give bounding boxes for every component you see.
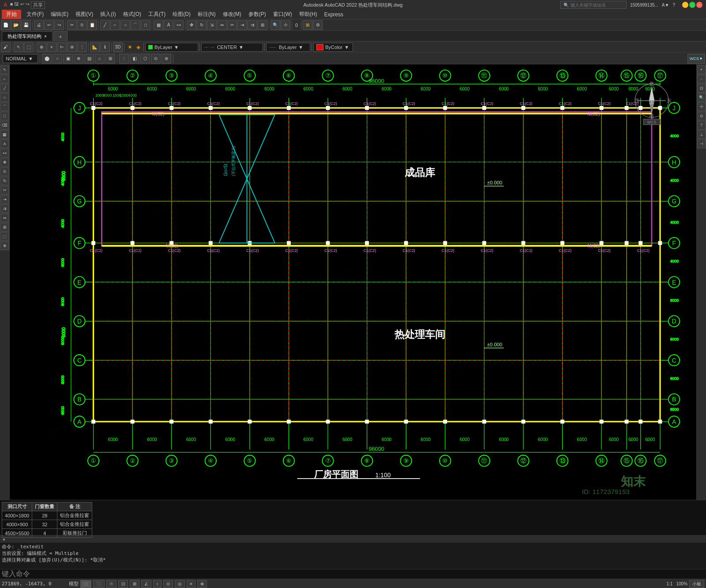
polar-toggle[interactable]: ⊡ bbox=[118, 580, 128, 588]
small-btn[interactable]: 小板 bbox=[689, 580, 704, 588]
menu-draw[interactable]: 绘图(D) bbox=[169, 10, 194, 19]
osnap-btn[interactable]: ⌖ bbox=[47, 42, 56, 52]
vis-btn3[interactable]: ▣ bbox=[63, 54, 73, 64]
extend-btn[interactable]: ⇥ bbox=[237, 20, 247, 30]
offset-btn[interactable]: ⇉ bbox=[248, 20, 257, 30]
vis-btn1[interactable]: ⬤ bbox=[42, 54, 52, 64]
vis-btn10[interactable]: ⬡ bbox=[140, 54, 150, 64]
vis-btn8[interactable]: ⋮ bbox=[119, 54, 129, 64]
snap-btn[interactable]: ⊕ bbox=[37, 42, 46, 52]
ortho-toggle[interactable]: ☉ bbox=[106, 580, 116, 588]
color-dropdown[interactable]: ByColor ▼ bbox=[313, 43, 353, 52]
zoom-in-btn[interactable]: + bbox=[697, 65, 706, 74]
menu-window[interactable]: 窗口(W) bbox=[270, 10, 296, 19]
rect-btn[interactable]: □ bbox=[141, 20, 150, 30]
tab-new[interactable]: + bbox=[53, 31, 68, 41]
view-top-btn[interactable]: ⊤ bbox=[697, 121, 706, 130]
offset-tool[interactable]: ⇉ bbox=[0, 204, 9, 213]
view-front-btn[interactable]: ⊥ bbox=[697, 130, 706, 139]
vis-btn2[interactable]: ○ bbox=[53, 54, 62, 64]
move-tool[interactable]: ✥ bbox=[0, 158, 9, 167]
scale-btn[interactable]: ⇲ bbox=[207, 20, 217, 30]
menu-express[interactable]: Express bbox=[321, 10, 347, 19]
vis-btn12[interactable]: ⊛ bbox=[161, 54, 171, 64]
open-btn[interactable]: 📂 bbox=[11, 20, 21, 30]
vis-btn5[interactable]: ▤ bbox=[84, 54, 94, 64]
3d-toggle[interactable]: 3D bbox=[113, 42, 123, 52]
zoom-out-btn[interactable]: - bbox=[697, 75, 706, 83]
erase-tool[interactable]: ⌫ bbox=[0, 121, 9, 130]
dim-btn[interactable]: ⊶ bbox=[174, 20, 184, 30]
snap-toggle[interactable]: :::: bbox=[80, 580, 91, 588]
cut-btn[interactable]: ✂ bbox=[67, 20, 77, 30]
mirror-btn[interactable]: ⇔ bbox=[217, 20, 227, 30]
menu-dim[interactable]: 标注(N) bbox=[194, 10, 219, 19]
cmd-input[interactable] bbox=[32, 571, 704, 577]
maximize-button[interactable]: □ bbox=[689, 2, 695, 8]
vis-btn9[interactable]: ◧ bbox=[130, 54, 139, 64]
3d-orbit-btn[interactable]: ⊙ bbox=[697, 112, 706, 120]
rotate-tool[interactable]: ↻ bbox=[0, 176, 9, 185]
menu-tools[interactable]: 工具(T) bbox=[145, 10, 169, 19]
vis-btn4[interactable]: ⊕ bbox=[74, 54, 83, 64]
measure-btn[interactable]: 📐 bbox=[90, 42, 100, 52]
otrack-toggle[interactable]: ∠ bbox=[141, 580, 151, 588]
new-btn[interactable]: 📄 bbox=[1, 20, 11, 30]
tab-main[interactable]: 热处理车间结构 × bbox=[2, 31, 53, 41]
arc-btn[interactable]: ⌒ bbox=[131, 20, 140, 30]
select-btn[interactable]: ↖ bbox=[14, 42, 23, 52]
line-btn[interactable]: ╱ bbox=[100, 20, 110, 30]
arc-tool[interactable]: ⌒ bbox=[0, 102, 9, 111]
redo-btn[interactable]: ↪ bbox=[54, 20, 64, 30]
lineweight-dropdown[interactable]: —— ByLayer ▼ bbox=[266, 43, 310, 52]
polyline-btn[interactable]: ⌐ bbox=[110, 20, 120, 30]
zoom-extents-btn[interactable]: ⊡ bbox=[697, 84, 706, 93]
hatch-btn[interactable]: ▦ bbox=[154, 20, 163, 30]
pan-tool[interactable]: ☩ bbox=[697, 102, 706, 111]
rect-tool[interactable]: □ bbox=[0, 112, 9, 120]
mirror-tool[interactable]: ⇔ bbox=[0, 213, 9, 222]
normal-dropdown[interactable]: NORMAL ▼ bbox=[3, 54, 38, 63]
dyn-toggle[interactable]: ⊙ bbox=[163, 580, 173, 588]
text-tool[interactable]: A bbox=[0, 139, 9, 148]
zoom-window-btn[interactable]: 🔍 bbox=[697, 93, 706, 102]
menu-edit[interactable]: 编辑(E) bbox=[47, 10, 72, 19]
circle-btn[interactable]: ○ bbox=[120, 20, 130, 30]
copy-btn[interactable]: ⎘ bbox=[77, 20, 87, 30]
poly-tool[interactable]: ⌐ bbox=[0, 75, 9, 83]
rotate-btn[interactable]: ↻ bbox=[197, 20, 207, 30]
block-tool[interactable]: ⬚ bbox=[0, 232, 9, 241]
move-btn[interactable]: ✥ bbox=[187, 20, 196, 30]
line-tool[interactable]: ╱ bbox=[0, 84, 9, 93]
zoom-btn[interactable]: 🔍 bbox=[270, 20, 280, 30]
circle-tool[interactable]: ○ bbox=[0, 93, 9, 102]
layer-btn[interactable]: ⊞ bbox=[303, 20, 312, 30]
layer-dropdown[interactable]: ByLayer ▼ bbox=[145, 43, 198, 52]
transparency-toggle[interactable]: ≡ bbox=[187, 580, 195, 588]
vis-btn11[interactable]: ⊙ bbox=[151, 54, 161, 64]
tab-close[interactable]: × bbox=[44, 34, 47, 39]
copy-tool[interactable]: ⎘ bbox=[0, 167, 9, 176]
paste-btn[interactable]: 📋 bbox=[87, 20, 97, 30]
trim-tool[interactable]: ✂ bbox=[0, 186, 9, 195]
match-props-btn[interactable]: 🖌 bbox=[1, 42, 11, 52]
dim-tool[interactable]: ⊶ bbox=[0, 149, 9, 157]
vis-btn6[interactable]: ⌂ bbox=[95, 54, 105, 64]
lw-toggle[interactable]: ◎ bbox=[175, 580, 185, 588]
linetype-dropdown[interactable]: — · — CENTER ▼ bbox=[201, 43, 263, 52]
trim-btn[interactable]: ✂ bbox=[227, 20, 237, 30]
undo-btn[interactable]: ↩ bbox=[44, 20, 54, 30]
menu-file[interactable]: 文件(F) bbox=[23, 10, 47, 19]
text-btn[interactable]: A bbox=[164, 20, 173, 30]
save-btn[interactable]: 💾 bbox=[21, 20, 31, 30]
menu-param[interactable]: 参数(P) bbox=[245, 10, 270, 19]
pan-btn[interactable]: ☩ bbox=[281, 20, 290, 30]
drawing-area[interactable]: www.znzmo.com 和禾网 www.znzmo.com 和禾网 www.… bbox=[10, 64, 696, 500]
insert-tool[interactable]: ⊕ bbox=[0, 241, 9, 250]
start-menu[interactable]: 开始 bbox=[2, 10, 21, 19]
grid-toggle[interactable]: ⬛ bbox=[93, 580, 105, 588]
layer-settings[interactable]: ⚙ bbox=[313, 20, 323, 30]
array-tool[interactable]: ⊞ bbox=[0, 223, 9, 232]
vis-btn7[interactable]: ⊞ bbox=[105, 54, 115, 64]
close-button[interactable]: × bbox=[696, 2, 702, 8]
